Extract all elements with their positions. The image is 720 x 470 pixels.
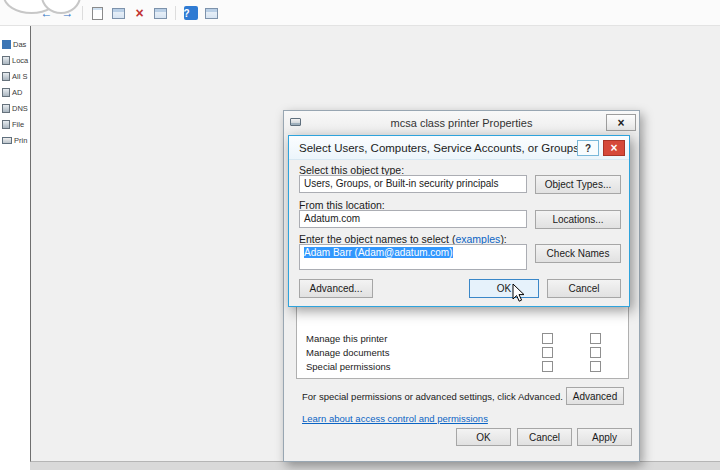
permission-row-special-permissions: Special permissions <box>296 361 629 374</box>
permission-row-manage-documents: Manage documents <box>296 347 629 360</box>
toolbar-separator <box>82 6 83 20</box>
ad-icon <box>2 88 10 97</box>
permission-label: Special permissions <box>306 361 390 372</box>
properties-apply-button[interactable]: Apply <box>577 428 632 446</box>
properties-cancel-button[interactable]: Cancel <box>517 428 572 446</box>
refresh-icon <box>154 8 167 19</box>
topbar <box>0 0 720 26</box>
forward-button[interactable] <box>59 5 76 22</box>
select-cancel-button[interactable]: Cancel <box>547 279 621 298</box>
mouse-cursor <box>512 283 526 307</box>
object-types-button[interactable]: Object Types... <box>535 175 621 194</box>
permission-row-manage-printer: Manage this printer <box>296 333 629 346</box>
permission-label: Manage this printer <box>306 333 387 344</box>
export-list-icon <box>92 7 103 20</box>
dialog-printer-icon <box>290 118 301 126</box>
advanced-button[interactable]: Advanced <box>566 387 624 405</box>
sidebar-item-dashboard[interactable]: Das <box>0 36 30 52</box>
sidebar-item-label: Prin <box>14 136 27 145</box>
forward-arrow-icon <box>62 6 74 20</box>
app: { "colors": { "selection": "#3297fd", "l… <box>0 0 720 470</box>
properties-icon <box>112 8 125 19</box>
selected-text: Adam Barr (Adam@adatum.com) <box>304 247 453 258</box>
allow-checkbox[interactable] <box>542 361 553 372</box>
locations-button[interactable]: Locations... <box>535 210 621 229</box>
delete-x-icon <box>135 5 143 21</box>
sidebar-item-ad[interactable]: AD <box>0 84 30 100</box>
deny-checkbox[interactable] <box>590 347 601 358</box>
permission-label: Manage documents <box>306 347 389 358</box>
sidebar-item-file-storage[interactable]: File <box>0 116 30 132</box>
delete-button[interactable] <box>131 5 148 22</box>
allow-checkbox[interactable] <box>542 333 553 344</box>
console-tree-icon <box>205 8 218 19</box>
select-dialog-title: Select Users, Computers, Service Account… <box>299 142 579 154</box>
server-icon <box>2 56 10 65</box>
properties-button[interactable] <box>110 5 127 22</box>
allow-checkbox[interactable] <box>542 347 553 358</box>
sidebar-item-label: All S <box>12 72 27 81</box>
back-button[interactable] <box>38 5 55 22</box>
dashboard-icon <box>2 40 11 49</box>
location-field[interactable]: Adatum.com <box>299 210 527 228</box>
properties-ok-button[interactable]: OK <box>456 428 511 446</box>
select-dialog-title-bar: Select Users, Computers, Service Account… <box>289 136 629 160</box>
select-advanced-button[interactable]: Advanced... <box>299 279 373 298</box>
servers-icon <box>2 72 10 81</box>
sidebar-item-local-server[interactable]: Loca <box>0 52 30 68</box>
sidebar-item-label: Loca <box>12 56 28 65</box>
printer-icon <box>2 137 12 144</box>
close-icon[interactable] <box>603 140 625 156</box>
properties-title-bar: mcsa class printer Properties <box>284 111 639 134</box>
refresh-button[interactable] <box>152 5 169 22</box>
select-ok-button[interactable]: OK <box>469 279 539 298</box>
sidebar-item-print-services[interactable]: Prin <box>0 132 30 148</box>
object-names-field[interactable]: Adam Barr (Adam@adatum.com) <box>299 244 527 270</box>
check-names-button[interactable]: Check Names <box>535 244 621 263</box>
close-icon[interactable] <box>606 114 636 131</box>
toolbar-separator <box>175 6 176 20</box>
sidebar-item-label: Das <box>13 40 26 49</box>
object-type-field[interactable]: Users, Groups, or Built-in security prin… <box>299 175 527 193</box>
dns-icon <box>2 104 10 113</box>
export-list-button[interactable] <box>89 5 106 22</box>
help-icon <box>184 6 198 20</box>
help-button[interactable] <box>182 5 199 22</box>
file-storage-icon <box>2 120 10 129</box>
deny-checkbox[interactable] <box>590 333 601 344</box>
help-button[interactable]: ? <box>577 140 599 156</box>
console-tree-button[interactable] <box>203 5 220 22</box>
server-manager-sidebar: Das Loca All S AD DNS File Prin <box>0 26 30 470</box>
sidebar-item-label: AD <box>12 88 22 97</box>
sidebar-item-label: File <box>12 120 24 129</box>
sidebar-item-dns[interactable]: DNS <box>0 100 30 116</box>
properties-dialog-title: mcsa class printer Properties <box>391 117 533 129</box>
select-users-dialog: Select Users, Computers, Service Account… <box>288 135 630 307</box>
learn-about-access-link[interactable]: Learn about access control and permissio… <box>302 413 488 424</box>
advanced-hint-text: For special permissions or advanced sett… <box>302 391 564 402</box>
mmc-toolbar <box>38 3 220 23</box>
deny-checkbox[interactable] <box>590 361 601 372</box>
sidebar-item-all-servers[interactable]: All S <box>0 68 30 84</box>
back-arrow-icon <box>41 6 53 20</box>
sidebar-item-label: DNS <box>12 104 28 113</box>
